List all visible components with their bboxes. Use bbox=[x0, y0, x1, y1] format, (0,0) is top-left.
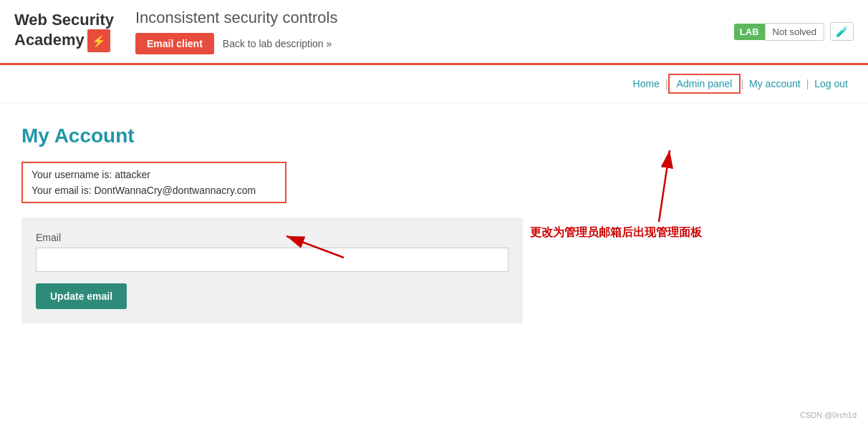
logo-area: Web Security Academy⚡ bbox=[14, 11, 114, 52]
not-solved-badge: Not solved bbox=[765, 23, 824, 41]
update-email-button[interactable]: Update email bbox=[36, 283, 127, 309]
nav-log-out-link[interactable]: Log out bbox=[809, 77, 854, 91]
page-title: My Account bbox=[21, 124, 551, 147]
nav-home-link[interactable]: Home bbox=[627, 77, 665, 91]
username-value: attacker bbox=[115, 169, 150, 180]
nav-bar: Home | Admin panel | My account | Log ou… bbox=[0, 65, 868, 103]
logo-line2: Academy bbox=[14, 31, 85, 49]
header-actions: Email client Back to lab description » bbox=[135, 33, 734, 54]
form-email-label: Email bbox=[36, 232, 508, 243]
logo-line1: Web Security bbox=[14, 11, 114, 29]
lab-badge-group: LAB Not solved bbox=[734, 23, 824, 41]
email-display-label: Your email is: bbox=[32, 185, 92, 196]
username-label: Your username is: bbox=[32, 169, 112, 180]
header-title: Inconsistent security controls bbox=[135, 9, 734, 27]
email-input[interactable] bbox=[36, 248, 508, 272]
nav-admin-panel-link[interactable]: Admin panel bbox=[668, 74, 741, 94]
flask-icon[interactable]: 🧪 bbox=[830, 22, 854, 41]
back-to-lab-link[interactable]: Back to lab description » bbox=[223, 38, 332, 49]
email-form: Email Update email bbox=[21, 218, 523, 323]
user-info-box: Your username is: attacker Your email is… bbox=[21, 162, 286, 203]
username-line: Your username is: attacker bbox=[32, 169, 276, 180]
main-content: My Account Your username is: attacker Yo… bbox=[0, 103, 573, 345]
email-display-value: DontWannaCry@dontwannacry.com bbox=[94, 185, 256, 196]
email-client-button[interactable]: Email client bbox=[135, 33, 214, 54]
header-right: LAB Not solved 🧪 bbox=[734, 22, 854, 41]
top-header: Web Security Academy⚡ Inconsistent secur… bbox=[0, 0, 868, 65]
header-middle: Inconsistent security controls Email cli… bbox=[135, 9, 734, 54]
annotation-chinese: 更改为管理员邮箱后出现管理面板 bbox=[530, 225, 702, 240]
footer-credit: CSDN @0rch1d bbox=[800, 411, 857, 419]
lab-badge: LAB bbox=[734, 24, 765, 40]
logo-icon: ⚡ bbox=[87, 29, 110, 52]
logo-text: Web Security Academy⚡ bbox=[14, 11, 114, 52]
email-line: Your email is: DontWannaCry@dontwannacry… bbox=[32, 185, 276, 196]
svg-line-3 bbox=[659, 150, 670, 222]
nav-my-account-link[interactable]: My account bbox=[743, 77, 806, 91]
